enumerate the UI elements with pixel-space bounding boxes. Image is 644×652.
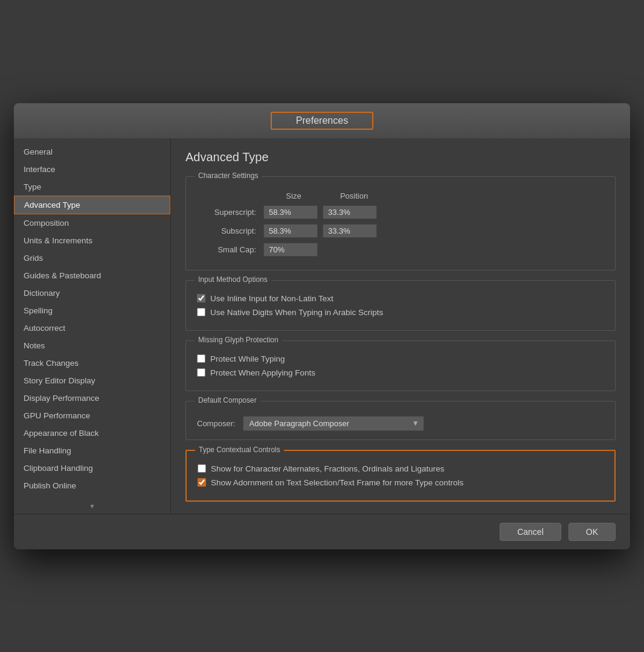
character-settings-section: Character Settings Size Position Supersc… <box>185 176 616 270</box>
missing-glyph-label: Missing Glyph Protection <box>195 336 282 344</box>
checkbox-row-protect-fonts: Protect When Applying Fonts <box>197 368 604 377</box>
sidebar-item-appearance-of-black[interactable]: Appearance of Black <box>14 424 170 442</box>
char-row-label: Small Cap: <box>197 245 263 254</box>
checkbox-label-native-digits: Use Native Digits When Typing in Arabic … <box>210 308 383 317</box>
checkbox-native-digits[interactable] <box>197 308 205 316</box>
sidebar-item-interface[interactable]: Interface <box>14 161 170 178</box>
sidebar-item-spelling[interactable]: Spelling <box>14 302 170 319</box>
char-row: Subscript: <box>197 224 604 238</box>
sidebar-item-autocorrect[interactable]: Autocorrect <box>14 319 170 337</box>
scroll-indicator: ▼ <box>14 499 170 514</box>
sidebar-item-dictionary[interactable]: Dictionary <box>14 284 170 302</box>
sidebar-item-track-changes[interactable]: Track Changes <box>14 354 170 372</box>
sidebar-item-grids[interactable]: Grids <box>14 249 170 267</box>
sidebar-item-display-performance[interactable]: Display Performance <box>14 389 170 407</box>
sidebar-item-gpu-performance[interactable]: GPU Performance <box>14 407 170 424</box>
sidebar-item-guides-pasteboard[interactable]: Guides & Pasteboard <box>14 267 170 284</box>
sidebar-item-story-editor-display[interactable]: Story Editor Display <box>14 372 170 389</box>
sidebar-item-file-handling[interactable]: File Handling <box>14 442 170 459</box>
char-row: Small Cap: <box>197 243 604 257</box>
missing-glyph-options: Protect While TypingProtect When Applyin… <box>197 354 604 377</box>
main-content: Advanced Type Character Settings Size Po… <box>171 138 630 514</box>
sidebar-item-publish-online[interactable]: Publish Online <box>14 477 170 494</box>
checkbox-row-show-alternates: Show for Character Alternates, Fractions… <box>198 464 604 473</box>
dialog-footer: Cancel OK <box>14 514 630 549</box>
composer-row: Composer: Adobe Paragraph ComposerAdobe … <box>197 416 604 431</box>
default-composer-label: Default Composer <box>195 396 260 404</box>
checkbox-label-protect-fonts: Protect When Applying Fonts <box>210 368 315 377</box>
composer-select-wrapper: Adobe Paragraph ComposerAdobe Single-lin… <box>243 416 424 431</box>
type-contextual-options: Show for Character Alternates, Fractions… <box>198 464 604 487</box>
title-bar: Preferences <box>14 103 630 138</box>
char-row: Superscript: <box>197 205 604 219</box>
checkbox-protect-typing[interactable] <box>197 354 205 363</box>
char-position-input[interactable] <box>323 205 377 219</box>
sidebar-item-clipboard-handling[interactable]: Clipboard Handling <box>14 459 170 477</box>
dialog-body: GeneralInterfaceTypeAdvanced TypeComposi… <box>14 138 630 514</box>
checkbox-label-show-alternates: Show for Character Alternates, Fractions… <box>211 464 444 473</box>
input-method-options: Use Inline Input for Non-Latin TextUse N… <box>197 294 604 317</box>
sidebar-item-type[interactable]: Type <box>14 178 170 196</box>
input-method-section: Input Method Options Use Inline Input fo… <box>185 280 616 331</box>
character-settings-table: Size Position Superscript:Subscript:Smal… <box>197 191 604 257</box>
checkbox-row-protect-typing: Protect While Typing <box>197 354 604 363</box>
checkbox-inline-input[interactable] <box>197 294 205 302</box>
char-header-row: Size Position <box>197 191 604 200</box>
char-position-input[interactable] <box>323 224 377 238</box>
checkbox-row-show-adornment: Show Adornment on Text Selection/Text Fr… <box>198 478 604 487</box>
checkbox-label-inline-input: Use Inline Input for Non-Latin Text <box>210 294 333 303</box>
ok-button[interactable]: OK <box>568 523 616 541</box>
type-contextual-section: Type Contextual Controls Show for Charac… <box>185 450 616 502</box>
char-row-label: Superscript: <box>197 208 263 217</box>
input-method-label: Input Method Options <box>195 275 271 284</box>
checkbox-label-protect-typing: Protect While Typing <box>210 354 285 363</box>
composer-label-text: Composer: <box>197 419 236 428</box>
composer-select[interactable]: Adobe Paragraph ComposerAdobe Single-lin… <box>243 416 424 431</box>
sidebar: GeneralInterfaceTypeAdvanced TypeComposi… <box>14 138 171 514</box>
sidebar-item-composition[interactable]: Composition <box>14 214 170 232</box>
scroll-down-icon: ▼ <box>89 503 95 510</box>
checkbox-row-native-digits: Use Native Digits When Typing in Arabic … <box>197 308 604 317</box>
char-header-position: Position <box>324 191 384 200</box>
checkbox-label-show-adornment: Show Adornment on Text Selection/Text Fr… <box>211 478 463 487</box>
char-header-size: Size <box>263 191 324 200</box>
cancel-button[interactable]: Cancel <box>500 523 561 541</box>
sidebar-item-advanced-type[interactable]: Advanced Type <box>14 196 170 214</box>
dialog-title: Preferences <box>271 112 373 130</box>
missing-glyph-section: Missing Glyph Protection Protect While T… <box>185 340 616 391</box>
char-size-input[interactable] <box>263 205 318 219</box>
default-composer-section: Default Composer Composer: Adobe Paragra… <box>185 401 616 440</box>
checkbox-show-adornment[interactable] <box>198 478 206 487</box>
type-contextual-label: Type Contextual Controls <box>195 446 284 454</box>
character-settings-label: Character Settings <box>195 171 262 180</box>
checkbox-protect-fonts[interactable] <box>197 368 205 377</box>
sidebar-scroll[interactable]: GeneralInterfaceTypeAdvanced TypeComposi… <box>14 138 170 514</box>
checkbox-row-inline-input: Use Inline Input for Non-Latin Text <box>197 294 604 303</box>
char-size-input[interactable] <box>263 243 318 257</box>
preferences-dialog: Preferences GeneralInterfaceTypeAdvanced… <box>14 103 630 549</box>
sidebar-item-notes[interactable]: Notes <box>14 337 170 354</box>
char-size-input[interactable] <box>263 224 318 238</box>
page-title: Advanced Type <box>185 150 616 164</box>
char-row-label: Subscript: <box>197 226 263 235</box>
checkbox-show-alternates[interactable] <box>198 464 206 473</box>
sidebar-item-units-increments[interactable]: Units & Increments <box>14 232 170 249</box>
sidebar-item-general[interactable]: General <box>14 143 170 161</box>
